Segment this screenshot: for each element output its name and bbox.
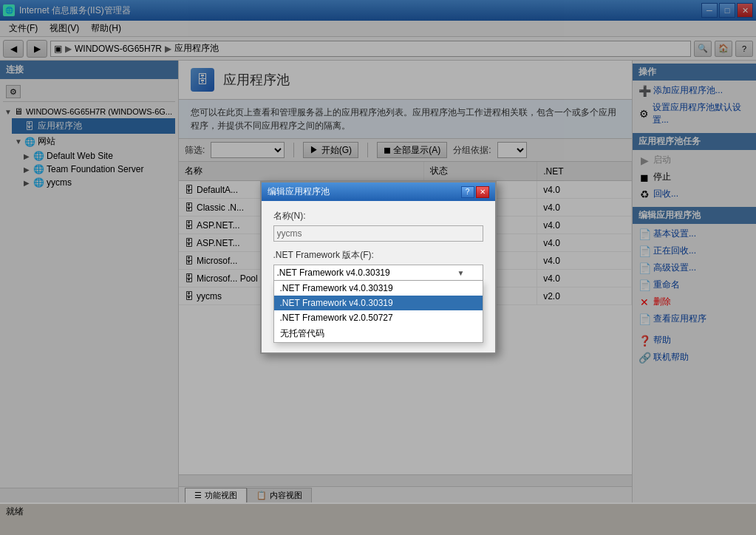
modal-title: 编辑应用程序池 [268, 185, 330, 198]
option-no-managed[interactable]: 无托管代码 [274, 325, 483, 342]
modal-title-bar: 编辑应用程序池 ? ✕ [262, 183, 495, 201]
selected-option-text: .NET Framework v4.0.30319 [277, 268, 390, 278]
modal-title-controls: ? ✕ [461, 186, 489, 198]
modal-help-button[interactable]: ? [461, 186, 474, 198]
modal-body: 名称(N): .NET Framework 版本(F): .NET Framew… [262, 201, 495, 317]
framework-dropdown-container: .NET Framework v4.0.30319 ▼ .NET Framewo… [273, 265, 483, 281]
modal-overlay: 编辑应用程序池 ? ✕ 名称(N): .NET Framework 版本(F):… [0, 0, 756, 535]
dropdown-list: .NET Framework v4.0.30319 .NET Framework… [273, 281, 483, 343]
name-label: 名称(N): [273, 210, 483, 222]
option-v4-2[interactable]: .NET Framework v4.0.30319 [274, 296, 483, 310]
modal-dialog: 编辑应用程序池 ? ✕ 名称(N): .NET Framework 版本(F):… [260, 181, 497, 354]
dropdown-arrow-icon: ▼ [457, 269, 465, 277]
option-v2[interactable]: .NET Framework v2.0.50727 [274, 310, 483, 325]
framework-dropdown[interactable]: .NET Framework v4.0.30319 ▼ [273, 265, 483, 281]
name-input[interactable] [273, 225, 483, 242]
modal-close-button[interactable]: ✕ [476, 186, 489, 198]
name-row: 名称(N): [273, 210, 483, 242]
framework-label: .NET Framework 版本(F): [273, 249, 483, 262]
option-v4-1[interactable]: .NET Framework v4.0.30319 [274, 281, 483, 296]
framework-row: .NET Framework 版本(F): .NET Framework v4.… [273, 249, 483, 281]
